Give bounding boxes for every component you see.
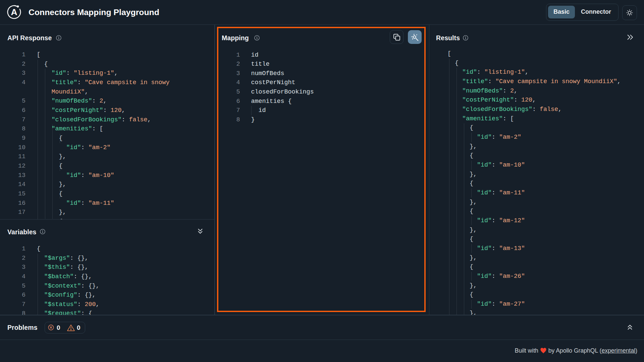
svg-text:A: A — [11, 7, 17, 17]
